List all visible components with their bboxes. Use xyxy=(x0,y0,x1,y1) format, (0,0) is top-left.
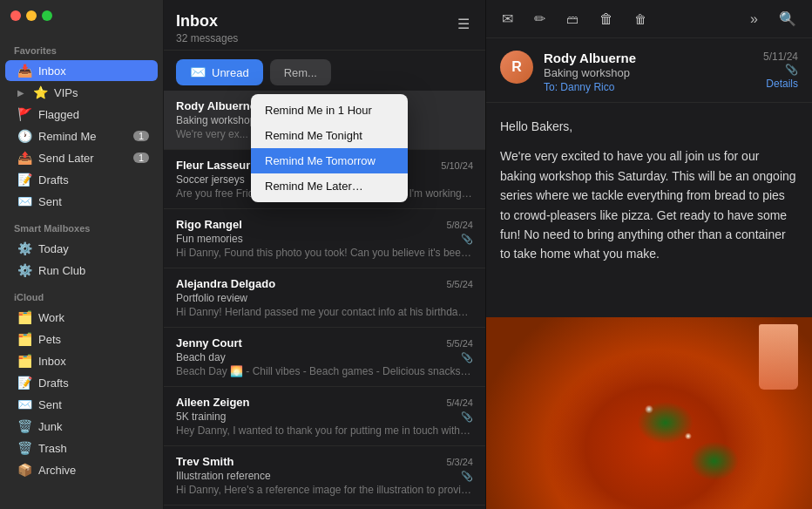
remind-tomorrow-option[interactable]: Remind Me Tomorrow xyxy=(251,148,408,173)
message-subject: Portfolio review xyxy=(176,292,473,304)
table-row[interactable]: Trev Smith 5/3/24 Illustration reference… xyxy=(164,446,485,506)
sidebar-item-label: Run Club xyxy=(38,264,85,277)
drafts-icon: 📝 xyxy=(17,173,31,187)
sender-name: Rody Albuerne xyxy=(176,99,256,112)
sidebar-item-icloud-inbox[interactable]: 🗂️ Inbox xyxy=(5,350,158,371)
run-club-icon: ⚙️ xyxy=(17,263,31,277)
smart-mailboxes-label: Smart Mailboxes xyxy=(0,213,163,237)
traffic-lights xyxy=(10,10,52,21)
icloud-inbox-icon: 🗂️ xyxy=(17,354,31,368)
close-button[interactable] xyxy=(10,10,21,21)
remind-1hr-option[interactable]: Remind Me in 1 Hour xyxy=(251,98,408,123)
sidebar-item-label: Inbox xyxy=(38,355,66,368)
to-name[interactable]: Danny Rico xyxy=(560,81,614,93)
sender-name: Aileen Zeigen xyxy=(176,396,250,409)
sidebar-item-label: Drafts xyxy=(38,173,69,187)
email-greeting: Hello Bakers, xyxy=(500,117,798,136)
sender-name: Alejandra Delgado xyxy=(176,277,275,290)
unread-filter-button[interactable]: ✉️ Unread xyxy=(176,59,263,85)
pizza-photo xyxy=(486,317,812,509)
search-icon[interactable]: 🔍 xyxy=(775,7,800,31)
sidebar-item-trash[interactable]: 🗑️ Trash xyxy=(5,438,158,458)
sidebar-item-label: Flagged xyxy=(38,108,79,121)
message-preview: Hi Danny, Here's a reference image for t… xyxy=(176,484,473,496)
inbox-title: Inbox xyxy=(176,12,238,31)
today-icon: ⚙️ xyxy=(17,241,31,255)
message-subject: Fun memories xyxy=(176,233,473,245)
sidebar-item-pets[interactable]: 🗂️ Pets xyxy=(5,329,158,350)
message-subject: Beach day xyxy=(176,351,473,363)
sidebar-item-label: Inbox xyxy=(38,64,66,78)
details-link[interactable]: Details xyxy=(763,78,798,90)
sender-name: Rigo Rangel xyxy=(176,218,242,231)
sidebar-item-icloud-drafts[interactable]: 📝 Drafts xyxy=(5,372,158,393)
more-icon[interactable]: » xyxy=(747,8,761,31)
flagged-icon: 🚩 xyxy=(17,107,31,121)
sidebar-item-label: Work xyxy=(38,311,64,324)
junk-toolbar-icon[interactable]: 🗑 xyxy=(631,9,650,30)
sidebar-item-today[interactable]: ⚙️ Today xyxy=(5,238,158,259)
minimize-button[interactable] xyxy=(26,10,37,21)
table-row[interactable]: Jenny Court 5/5/24 Beach day Beach Day 🌅… xyxy=(164,328,485,387)
table-row[interactable]: Alejandra Delgado 5/5/24 Portfolio revie… xyxy=(164,268,485,328)
sidebar-item-drafts[interactable]: 📝 Drafts xyxy=(5,169,158,190)
remind-dropdown: Remind Me in 1 Hour Remind Me Tonight Re… xyxy=(251,94,408,202)
sender-name: Jenny Court xyxy=(176,336,242,350)
sidebar-item-label: Today xyxy=(38,242,69,255)
message-date: 5/5/24 xyxy=(446,338,473,349)
message-subject: 5K training xyxy=(176,411,473,423)
sidebar-item-label: Archive xyxy=(38,464,76,477)
sidebar-item-vips[interactable]: ▶ ⭐ VIPs xyxy=(5,82,158,103)
archive-icon: 📦 xyxy=(17,463,31,477)
sidebar-item-archive[interactable]: 📦 Archive xyxy=(5,459,158,480)
sidebar-item-run-club[interactable]: ⚙️ Run Club xyxy=(5,260,158,281)
sidebar-item-label: Sent xyxy=(38,398,62,411)
message-preview: Hi Danny, Found this photo you took! Can… xyxy=(176,247,473,259)
work-icon: 🗂️ xyxy=(17,310,31,324)
maximize-button[interactable] xyxy=(42,10,52,21)
unread-filter-icon: ✉️ xyxy=(190,64,206,80)
sidebar-item-remind-me[interactable]: 🕐 Remind Me 1 xyxy=(5,126,158,146)
sidebar-item-label: Send Later xyxy=(38,152,94,165)
icloud-sent-icon: ✉️ xyxy=(17,397,31,411)
drink-glass xyxy=(759,324,798,390)
sidebar-item-icloud-sent[interactable]: ✉️ Sent xyxy=(5,394,158,415)
table-row[interactable]: Aileen Zeigen 5/4/24 5K training Hey Dan… xyxy=(164,387,485,446)
email-date: 5/11/24 xyxy=(763,51,798,63)
trash-icon: 🗑️ xyxy=(17,441,31,455)
sidebar-item-inbox[interactable]: 📥 Inbox xyxy=(5,60,158,81)
sidebar-item-send-later[interactable]: 📤 Send Later 1 xyxy=(5,147,158,168)
email-paragraph: We're very excited to have you all join … xyxy=(500,146,798,263)
email-sender-name: Rody Albuerne xyxy=(544,51,753,65)
icloud-label: iCloud xyxy=(0,282,163,306)
sidebar-item-sent[interactable]: ✉️ Sent xyxy=(5,191,158,212)
message-date: 5/4/24 xyxy=(446,397,473,408)
sidebar: Favorites 📥 Inbox ▶ ⭐ VIPs 🚩 Flagged 🕐 R… xyxy=(0,0,164,509)
middle-header: Inbox 32 messages ☰ xyxy=(164,0,485,51)
table-row[interactable]: Rigo Rangel 5/8/24 Fun memories Hi Danny… xyxy=(164,209,485,268)
remind-later-option[interactable]: Remind Me Later… xyxy=(251,173,408,199)
send-later-icon: 📤 xyxy=(17,151,31,165)
sidebar-item-label: VIPs xyxy=(54,86,78,99)
vips-icon: ⭐ xyxy=(33,85,47,99)
delete-toolbar-icon[interactable]: 🗑 xyxy=(596,8,617,31)
filter-icon[interactable]: ☰ xyxy=(454,12,473,36)
sidebar-item-label: Pets xyxy=(38,333,61,346)
sidebar-item-junk[interactable]: 🗑️ Junk xyxy=(5,416,158,437)
sidebar-item-flagged[interactable]: 🚩 Flagged xyxy=(5,104,158,125)
right-toolbar: ✉ ✏ 🗃 🗑 🗑 » 🔍 xyxy=(486,0,812,38)
sidebar-item-work[interactable]: 🗂️ Work xyxy=(5,307,158,328)
message-preview: Hi Danny! Herland passed me your contact… xyxy=(176,306,473,318)
email-to: To: Danny Rico xyxy=(544,81,753,93)
archive-toolbar-icon[interactable]: 🗃 xyxy=(563,9,582,30)
remind-tonight-option[interactable]: Remind Me Tonight xyxy=(251,123,408,148)
message-date: 5/5/24 xyxy=(446,279,473,289)
right-pane: ✉ ✏ 🗃 🗑 🗑 » 🔍 R Rody Albuerne Baking wor… xyxy=(486,0,812,509)
remind-filter-button[interactable]: Rem... xyxy=(270,59,331,85)
chevron-icon: ▶ xyxy=(17,88,24,98)
mail-icon[interactable]: ✉ xyxy=(498,7,517,31)
to-label: To: xyxy=(544,81,558,93)
email-header: R Rody Albuerne Baking workshop To: Dann… xyxy=(486,38,812,103)
compose-icon[interactable]: ✏ xyxy=(531,7,549,31)
sent-icon: ✉️ xyxy=(17,194,31,208)
